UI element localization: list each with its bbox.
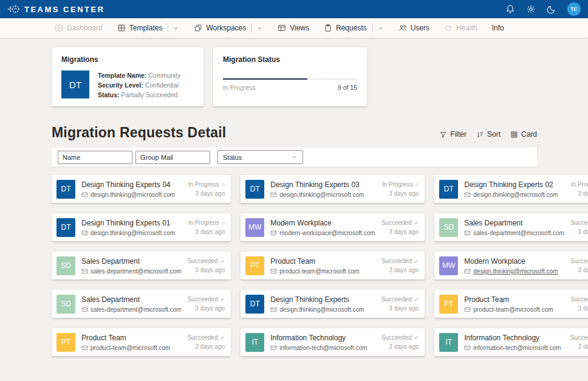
migrations-field-row: Template Name: Community xyxy=(98,70,180,80)
request-card[interactable]: PT Product Team product-team@microsoft.c… xyxy=(434,290,588,318)
request-card[interactable]: SD Sales Department sales-department@mic… xyxy=(52,252,231,280)
migration-status-card: Migration Status In Progress 9 of 15 xyxy=(213,47,367,106)
timestamp: 3 days ago xyxy=(381,343,419,350)
request-card[interactable]: MW Modern Workplace modern-workspace@mic… xyxy=(241,213,425,241)
timestamp: 3 days ago xyxy=(188,343,225,350)
field-value: Community xyxy=(148,72,180,79)
team-email: product-team@microsoft.com xyxy=(473,306,553,313)
group-mail-filter-input[interactable] xyxy=(135,151,210,164)
nav-divider xyxy=(168,23,168,33)
request-card[interactable]: DT Design Thinking Experts 04 design.thi… xyxy=(52,175,231,203)
team-avatar: SD xyxy=(56,256,75,275)
mail-icon xyxy=(464,192,471,197)
nav-item[interactable]: Views xyxy=(278,24,309,32)
chevron-down-icon[interactable] xyxy=(377,25,384,32)
status-label: In Progress xyxy=(188,181,219,188)
migrations-field-row: Status: Partially Succeeded xyxy=(98,90,180,100)
request-card[interactable]: SD Sales Department sales-department@mic… xyxy=(434,213,588,241)
progress-bar-fill xyxy=(223,78,307,80)
nav-item-icon xyxy=(278,24,286,32)
status-label: Succeeded xyxy=(570,219,588,226)
mail-icon xyxy=(81,345,88,351)
status-badge: In Progress ○ xyxy=(188,219,225,226)
request-card[interactable]: IT Information Technology information-te… xyxy=(241,328,425,356)
nav-divider xyxy=(372,23,373,33)
settings-gear-icon[interactable] xyxy=(526,4,536,14)
toolbar-button[interactable]: Filter xyxy=(439,130,467,139)
request-card[interactable]: DT Design Thinking Experts 02 design.thi… xyxy=(434,175,588,203)
field-value: Confidential xyxy=(145,81,179,89)
chevron-down-icon[interactable] xyxy=(173,25,179,32)
status-icon: ✓ xyxy=(220,297,225,303)
timestamp: 3 days ago xyxy=(381,228,419,235)
status-label: In Progress xyxy=(571,181,588,188)
team-name: Product Team xyxy=(464,295,564,304)
team-name: Design Thinking Experts 03 xyxy=(270,180,375,189)
team-avatar: DT xyxy=(439,180,458,199)
toolbar-button-label: Sort xyxy=(487,130,501,139)
chevron-down-icon[interactable] xyxy=(256,25,263,32)
request-card[interactable]: DT Design Thinking Experts 03 design.thi… xyxy=(241,175,425,203)
nav-item: Dashboard xyxy=(55,24,103,32)
team-avatar: MW xyxy=(439,256,458,275)
team-avatar: IT xyxy=(245,333,264,352)
status-label: Succeeded xyxy=(570,334,588,341)
mail-icon xyxy=(464,269,471,274)
team-email: design.thinking@microsoft.com xyxy=(473,268,558,275)
field-label: Security Level: xyxy=(98,81,143,89)
status-icon: ○ xyxy=(222,220,225,226)
status-badge: In Progress ○ xyxy=(382,181,419,188)
status-label: Succeeded xyxy=(188,334,218,341)
request-card[interactable]: DT Design Thinking Experts design.thinki… xyxy=(241,290,425,318)
mail-icon xyxy=(81,307,88,312)
status-filter-select[interactable]: Status xyxy=(217,150,303,164)
toolbar-button[interactable]: Sort xyxy=(476,130,501,139)
team-avatar: DT xyxy=(56,218,75,237)
nav-item[interactable]: Requests xyxy=(324,23,384,33)
nav-item[interactable]: Templates xyxy=(117,23,180,33)
mail-icon xyxy=(81,269,88,274)
nav-item[interactable]: Users xyxy=(398,24,429,32)
toolbar-button-icon xyxy=(439,131,447,139)
name-filter-input[interactable] xyxy=(58,151,132,164)
status-label: Succeeded xyxy=(570,296,588,303)
team-avatar: DT xyxy=(245,180,264,199)
status-badge: Succeeded ✓ xyxy=(381,219,419,226)
request-card[interactable]: IT Information Technology information-te… xyxy=(434,328,588,356)
timestamp: 3 days ago xyxy=(188,190,225,197)
nav-item-label: Info xyxy=(492,24,504,32)
migrations-fields: Template Name: Community Security Level:… xyxy=(98,70,180,100)
timestamp: 3 days ago xyxy=(188,305,225,312)
toolbar-button[interactable]: Card xyxy=(510,130,537,139)
request-card[interactable]: DT Design Thinking Experts 01 design.thi… xyxy=(52,213,231,241)
request-card[interactable]: SD Sales Department sales-department@mic… xyxy=(52,290,231,318)
status-icon: ✓ xyxy=(414,297,419,303)
status-label: In Progress xyxy=(382,181,413,188)
nav-item-label: Views xyxy=(290,24,309,32)
status-label: Succeeded xyxy=(381,219,412,226)
nav-item[interactable]: Workspaces xyxy=(194,23,263,33)
nav-item-label: Workspaces xyxy=(206,24,246,32)
request-card[interactable]: MW Modern Workplace design.thinking@micr… xyxy=(434,252,588,280)
main-content: Migrations DT Template Name: Community S… xyxy=(0,38,588,356)
field-label: Template Name: xyxy=(98,72,146,79)
mail-icon xyxy=(81,230,88,236)
request-card[interactable]: PT Product Team product-team@microsoft.c… xyxy=(52,328,231,356)
mail-icon xyxy=(270,269,277,274)
team-avatar: SD xyxy=(56,295,75,314)
user-avatar[interactable]: TC xyxy=(567,2,581,16)
theme-toggle-moon-icon[interactable] xyxy=(547,4,556,14)
timestamp: 3 days ago xyxy=(381,267,419,273)
nav-item: Health xyxy=(444,24,477,32)
status-label: Succeeded xyxy=(381,258,412,264)
nav-item-icon xyxy=(398,24,407,32)
notifications-bell-icon[interactable] xyxy=(505,4,515,14)
team-name: Design Thinking Experts 02 xyxy=(464,180,565,189)
status-badge: Succeeded ✓ xyxy=(381,296,419,303)
brand: TEAMS CENTER xyxy=(7,3,105,15)
timestamp: 3 days ago xyxy=(570,228,588,235)
nav-item-icon xyxy=(444,24,453,32)
request-card[interactable]: PT Product Team product-team@microsoft.c… xyxy=(241,252,425,280)
team-email: sales-department@microsoft.com xyxy=(91,306,182,313)
nav-item[interactable]: Info xyxy=(492,24,504,32)
